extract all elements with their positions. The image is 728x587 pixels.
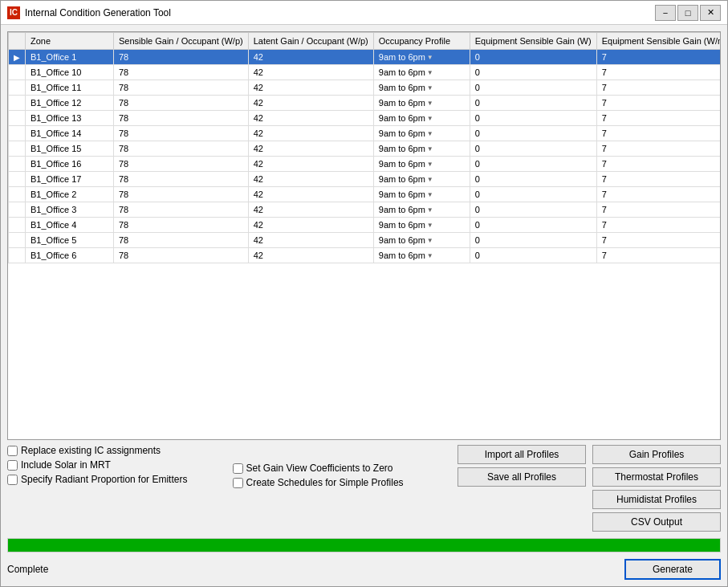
table-cell: 0 <box>470 187 596 202</box>
include-solar-label: Include Solar in MRT <box>21 459 111 471</box>
table-cell <box>9 248 26 263</box>
table-cell <box>9 172 26 187</box>
chevron-down-icon: ▼ <box>427 176 433 183</box>
table-cell: B1_Office 13 <box>26 111 114 126</box>
col-equip-sensible-w: Equipment Sensible Gain (W) <box>470 33 596 50</box>
table-cell: 78 <box>114 141 249 157</box>
table-cell: 42 <box>248 111 373 126</box>
table-row[interactable]: B1_Office 1478429am to 6pm▼079am <box>9 126 721 141</box>
main-content: Zone Sensible Gain / Occupant (W/p) Late… <box>1 25 727 586</box>
import-all-profiles-button[interactable]: Import all Profiles <box>458 445 586 464</box>
table-row[interactable]: B1_Office 1178429am to 6pm▼079am <box>9 80 721 96</box>
table-cell[interactable]: 9am to 6pm▼ <box>373 202 470 218</box>
set-gain-view-checkbox[interactable] <box>233 463 243 474</box>
specify-radiant-row: Specify Radiant Proportion for Emitters <box>7 474 226 485</box>
col-occupancy-profile: Occupancy Profile <box>373 33 470 50</box>
table-cell: 78 <box>114 218 249 233</box>
status-text: Complete <box>7 564 48 575</box>
close-button[interactable]: ✕ <box>700 5 721 21</box>
dropdown-cell: 9am to 6pm▼ <box>379 174 465 184</box>
table-cell: 0 <box>470 96 596 111</box>
table-cell: B1_Office 14 <box>26 126 114 141</box>
table-cell: 0 <box>470 233 596 248</box>
dropdown-cell: 9am to 6pm▼ <box>379 83 465 92</box>
table-cell: 78 <box>114 80 249 96</box>
chevron-down-icon: ▼ <box>427 252 433 259</box>
table-cell[interactable]: 9am to 6pm▼ <box>373 50 470 65</box>
table-cell[interactable]: 9am to 6pm▼ <box>373 187 470 202</box>
table-cell: B1_Office 11 <box>26 80 114 96</box>
table-cell: 7 <box>596 126 720 141</box>
progress-bar-container <box>7 538 721 552</box>
table-cell[interactable]: 9am to 6pm▼ <box>373 218 470 233</box>
table-cell[interactable]: 9am to 6pm▼ <box>373 248 470 263</box>
table-cell: 7 <box>596 202 720 218</box>
table-row[interactable]: B1_Office 1678429am to 6pm▼079am <box>9 157 721 172</box>
table-cell: 0 <box>470 218 596 233</box>
table-cell: 78 <box>114 202 249 218</box>
table-row[interactable]: ▶B1_Office 178429am to 6pm▼079am <box>9 50 721 65</box>
zones-table: Zone Sensible Gain / Occupant (W/p) Late… <box>8 32 720 263</box>
replace-existing-checkbox[interactable] <box>7 446 18 456</box>
table-cell: 78 <box>114 187 249 202</box>
replace-existing-label: Replace existing IC assignments <box>21 445 161 456</box>
specify-radiant-label: Specify Radiant Proportion for Emitters <box>21 474 187 485</box>
table-cell: 78 <box>114 96 249 111</box>
table-row[interactable]: B1_Office 378429am to 6pm▼079am <box>9 202 721 218</box>
table-cell[interactable]: 9am to 6pm▼ <box>373 141 470 157</box>
thermostat-profiles-button[interactable]: Thermostat Profiles <box>592 467 721 487</box>
dropdown-cell: 9am to 6pm▼ <box>379 220 465 230</box>
table-cell: B1_Office 10 <box>26 65 114 80</box>
dropdown-cell: 9am to 6pm▼ <box>379 251 465 260</box>
table-row[interactable]: B1_Office 578429am to 6pm▼079am <box>9 233 721 248</box>
bottom-area: Replace existing IC assignments Include … <box>7 445 721 580</box>
specify-radiant-checkbox[interactable] <box>7 475 18 485</box>
chevron-down-icon: ▼ <box>427 100 433 107</box>
table-cell: 42 <box>248 50 373 65</box>
chevron-down-icon: ▼ <box>427 54 433 61</box>
table-cell[interactable]: 9am to 6pm▼ <box>373 126 470 141</box>
chevron-down-icon: ▼ <box>427 145 433 153</box>
table-cell: 78 <box>114 248 249 263</box>
table-row[interactable]: B1_Office 1078429am to 6pm▼079am <box>9 65 721 80</box>
dropdown-value: 9am to 6pm <box>379 159 425 169</box>
table-cell[interactable]: 9am to 6pm▼ <box>373 96 470 111</box>
table-row[interactable]: B1_Office 478429am to 6pm▼079am <box>9 218 721 233</box>
table-cell[interactable]: 9am to 6pm▼ <box>373 111 470 126</box>
dropdown-cell: 9am to 6pm▼ <box>379 190 465 199</box>
table-cell[interactable]: 9am to 6pm▼ <box>373 233 470 248</box>
humidistat-profiles-button[interactable]: Humidistat Profiles <box>592 490 721 509</box>
table-row[interactable]: B1_Office 1578429am to 6pm▼079am <box>9 141 721 157</box>
table-row[interactable]: B1_Office 1378429am to 6pm▼079am <box>9 111 721 126</box>
table-cell: 42 <box>248 65 373 80</box>
generate-button[interactable]: Generate <box>624 559 721 580</box>
minimize-button[interactable]: − <box>655 5 676 21</box>
table-cell: 42 <box>248 126 373 141</box>
app-icon: IC <box>7 6 20 19</box>
table-cell[interactable]: 9am to 6pm▼ <box>373 80 470 96</box>
table-cell: 78 <box>114 126 249 141</box>
right-buttons: Gain Profiles Thermostat Profiles Humidi… <box>592 445 721 532</box>
table-row[interactable]: B1_Office 1278429am to 6pm▼079am <box>9 96 721 111</box>
maximize-button[interactable]: □ <box>677 5 698 21</box>
create-schedules-checkbox[interactable] <box>233 478 243 488</box>
csv-output-button[interactable]: CSV Output <box>592 512 721 532</box>
table-cell: B1_Office 17 <box>26 172 114 187</box>
table-cell: 7 <box>596 50 720 65</box>
table-cell[interactable]: 9am to 6pm▼ <box>373 157 470 172</box>
dropdown-cell: 9am to 6pm▼ <box>379 205 465 214</box>
table-cell[interactable]: 9am to 6pm▼ <box>373 65 470 80</box>
save-all-profiles-button[interactable]: Save all Profiles <box>458 467 586 487</box>
table-cell: 78 <box>114 172 249 187</box>
table-row[interactable]: B1_Office 278429am to 6pm▼079am <box>9 187 721 202</box>
table-row[interactable]: B1_Office 678429am to 6pm▼079am <box>9 248 721 263</box>
gain-profiles-button[interactable]: Gain Profiles <box>592 445 721 464</box>
table-cell: 42 <box>248 233 373 248</box>
create-schedules-label: Create Schedules for Simple Profiles <box>246 477 404 488</box>
set-gain-view-row: Set Gain View Coefficients to Zero <box>233 463 452 474</box>
table-scroll[interactable]: Zone Sensible Gain / Occupant (W/p) Late… <box>8 32 720 439</box>
table-cell: B1_Office 16 <box>26 157 114 172</box>
table-row[interactable]: B1_Office 1778429am to 6pm▼079am <box>9 172 721 187</box>
table-cell[interactable]: 9am to 6pm▼ <box>373 172 470 187</box>
include-solar-checkbox[interactable] <box>7 460 18 471</box>
